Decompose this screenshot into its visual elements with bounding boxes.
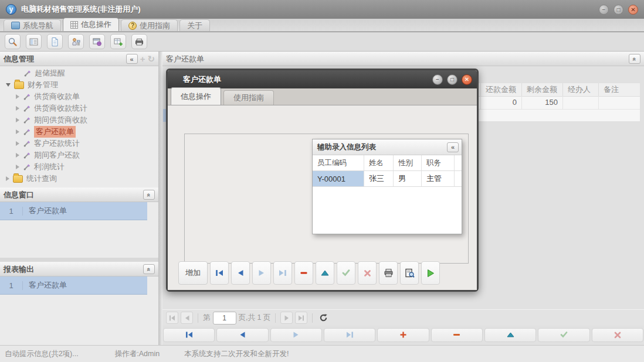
tab-info-operation[interactable]: 信息操作 bbox=[63, 18, 119, 31]
confirm-button[interactable] bbox=[337, 261, 355, 285]
add-button[interactable]: 增加 bbox=[178, 261, 208, 285]
document-button[interactable] bbox=[47, 34, 63, 49]
last-record-button[interactable] bbox=[273, 261, 292, 285]
nav-next-button[interactable] bbox=[270, 328, 322, 342]
tree-item-period-supplier-receipt[interactable]: 期间供货商收款 bbox=[0, 114, 158, 126]
dialog-maximize-button[interactable]: □ bbox=[447, 74, 457, 85]
confirm-icon bbox=[342, 269, 350, 276]
page-last-button[interactable] bbox=[295, 312, 307, 324]
next-record-button[interactable] bbox=[252, 261, 271, 285]
dialog-minimize-button[interactable]: − bbox=[432, 74, 443, 85]
refresh-icon[interactable]: ↻ bbox=[147, 54, 155, 64]
tree-folder-stats-query[interactable]: 统计查询 bbox=[0, 173, 158, 185]
edit-record-button[interactable] bbox=[316, 261, 334, 285]
collapsed-arrow-icon[interactable] bbox=[16, 118, 19, 122]
nav-first-button[interactable] bbox=[163, 328, 215, 342]
sidebar-collapse-button[interactable]: « bbox=[126, 54, 138, 64]
info-window-collapse-button[interactable]: « bbox=[143, 190, 155, 200]
tree-item-customer-repayment-stats[interactable]: 客户还款统计 bbox=[0, 138, 158, 149]
form-view-button[interactable] bbox=[26, 34, 42, 49]
tree-item-supplier-receipt-stats[interactable]: 供货商收款统计 bbox=[0, 103, 158, 114]
page-first-button[interactable] bbox=[166, 312, 178, 324]
first-record-button[interactable] bbox=[210, 261, 229, 285]
tab-label: 使用指南 bbox=[140, 21, 170, 31]
prev-record-button[interactable] bbox=[231, 261, 250, 285]
add-icon[interactable]: + bbox=[140, 54, 145, 64]
page-prev-button[interactable] bbox=[181, 312, 193, 324]
column-employee-code[interactable]: 员工编码 bbox=[313, 155, 364, 170]
dialog-tab-user-guide[interactable]: 使用指南 bbox=[223, 90, 274, 105]
collapsed-arrow-icon[interactable] bbox=[16, 94, 19, 99]
collapsed-arrow-icon[interactable] bbox=[16, 141, 19, 146]
search-tool-button[interactable] bbox=[5, 34, 21, 49]
collapsed-arrow-icon[interactable] bbox=[16, 153, 19, 158]
table-add-button[interactable] bbox=[110, 34, 126, 49]
nav-prev-button[interactable] bbox=[216, 328, 268, 342]
tree-item-customer-repayment[interactable]: 客户还款单 bbox=[0, 126, 158, 138]
tab-system-nav[interactable]: 系统导航 bbox=[4, 19, 61, 31]
print-preview-button[interactable] bbox=[400, 261, 419, 285]
window-globe-button[interactable] bbox=[89, 34, 105, 49]
info-window-row[interactable]: 1 客户还款单 bbox=[0, 202, 147, 220]
info-window-header: 信息窗口 « bbox=[0, 187, 158, 202]
confirm-icon bbox=[560, 332, 568, 338]
collapsed-arrow-icon[interactable] bbox=[16, 106, 19, 111]
tree-item-profit-stats[interactable]: 利润统计 bbox=[0, 161, 158, 173]
report-output-collapse-button[interactable]: « bbox=[143, 264, 155, 274]
collapsed-arrow-icon[interactable] bbox=[16, 165, 19, 169]
delete-record-button[interactable] bbox=[294, 261, 313, 285]
helper-table-row[interactable]: Y-00001 张三 男 主管 bbox=[313, 171, 462, 187]
run-button[interactable] bbox=[421, 261, 440, 285]
expanded-arrow-icon[interactable] bbox=[6, 83, 11, 87]
collapsed-arrow-icon[interactable] bbox=[16, 129, 19, 134]
tree-item-supplier-receipt[interactable]: 供货商收款单 bbox=[0, 91, 158, 103]
collapsed-arrow-icon[interactable] bbox=[6, 176, 9, 181]
print-button[interactable] bbox=[379, 261, 398, 285]
dialog-close-button[interactable]: ✕ bbox=[462, 74, 472, 85]
grid-refresh-button[interactable] bbox=[317, 312, 330, 324]
tab-user-guide[interactable]: ? 使用指南 bbox=[121, 19, 178, 31]
column-repay-amount[interactable]: 还款金额 bbox=[480, 83, 521, 96]
first-record-icon bbox=[185, 332, 193, 338]
cell-gender: 男 bbox=[394, 171, 422, 186]
nav-confirm-button[interactable] bbox=[538, 328, 589, 342]
close-button[interactable]: ✕ bbox=[628, 5, 638, 15]
report-output-row[interactable]: 1 客户还款单 bbox=[0, 276, 147, 295]
tool-icon bbox=[23, 104, 31, 112]
nav-edit-button[interactable] bbox=[484, 328, 536, 342]
cell-name: 张三 bbox=[364, 171, 394, 186]
minimize-button[interactable]: − bbox=[599, 5, 609, 15]
printer-icon bbox=[384, 268, 394, 278]
cancel-button[interactable] bbox=[358, 261, 377, 285]
tab-about[interactable]: 关于 bbox=[179, 19, 210, 31]
grid-icon bbox=[70, 21, 78, 29]
maximize-button[interactable]: □ bbox=[614, 5, 623, 15]
column-handler[interactable]: 经办人 bbox=[562, 83, 598, 96]
nav-delete-button[interactable] bbox=[431, 328, 483, 342]
dialog-tab-info-operation[interactable]: 信息操作 bbox=[171, 87, 221, 105]
tree-folder-finance[interactable]: 财务管理 bbox=[0, 79, 158, 91]
column-name[interactable]: 姓名 bbox=[364, 155, 394, 170]
helper-list-popup: 辅助录入信息列表 « 员工编码 姓名 性别 职务 Y-00001 张三 男 主管 bbox=[312, 139, 462, 234]
page-number-input[interactable] bbox=[213, 312, 236, 325]
nav-last-button[interactable] bbox=[324, 328, 375, 342]
tree-item-period-customer-repayment[interactable]: 期间客户还款 bbox=[0, 149, 158, 161]
page-next-button[interactable] bbox=[280, 312, 293, 324]
user-report-button[interactable] bbox=[68, 34, 84, 49]
dialog-titlebar[interactable]: 客户还款单 − □ ✕ bbox=[168, 70, 477, 88]
main-panel-collapse-button[interactable]: « bbox=[629, 54, 640, 64]
helper-collapse-button[interactable]: « bbox=[447, 142, 459, 152]
column-remark[interactable]: 备注 bbox=[598, 83, 644, 96]
column-filler bbox=[455, 155, 462, 170]
sidebar-splitter[interactable] bbox=[158, 52, 162, 346]
printer-tray-button[interactable] bbox=[131, 34, 147, 49]
tree-item-overstock-alert[interactable]: 超储提醒 bbox=[0, 67, 158, 79]
column-gender[interactable]: 性别 bbox=[394, 155, 422, 170]
add-record-icon bbox=[399, 331, 407, 339]
column-position[interactable]: 职务 bbox=[422, 155, 455, 170]
cell-employee-code[interactable]: Y-00001 bbox=[313, 171, 364, 186]
nav-cancel-button[interactable] bbox=[592, 328, 643, 342]
sidebar: 信息管理 « + ↻ 超储提醒 财务管理 供货商收款单 bbox=[0, 52, 158, 346]
nav-add-button[interactable] bbox=[377, 328, 429, 342]
column-remaining-amount[interactable]: 剩余金额 bbox=[521, 83, 562, 96]
